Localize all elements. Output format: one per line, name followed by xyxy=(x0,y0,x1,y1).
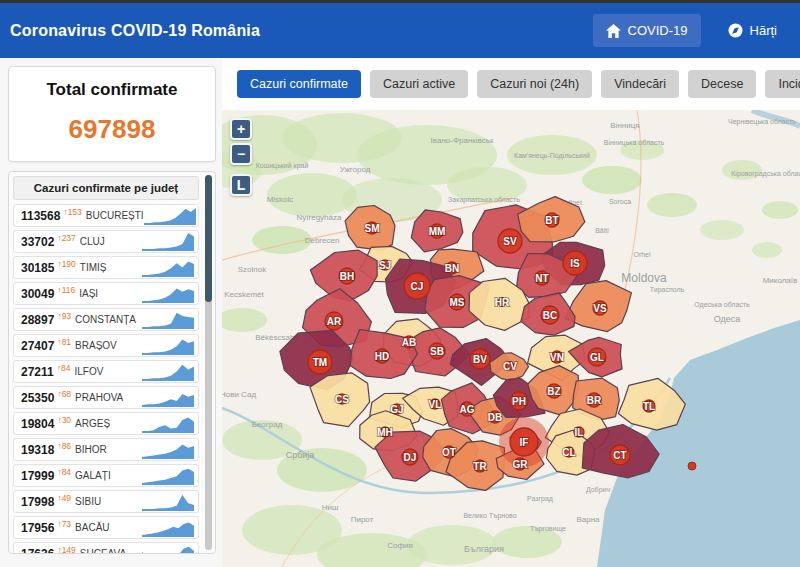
county-row-constanța[interactable]: 28897↑93CONSTANȚA xyxy=(13,308,199,331)
map-canvas[interactable]: Кошицький крайУжгородЗакарпатська област… xyxy=(222,110,800,567)
zoom-out-button[interactable]: − xyxy=(230,143,252,165)
county-code-label-AB: AB xyxy=(402,337,416,348)
map-place-label: Bălți xyxy=(595,227,609,235)
county-code-label-TM: TM xyxy=(313,357,327,368)
county-row-bacău[interactable]: 17956↑73BACĂU xyxy=(13,516,199,539)
county-delta: ↑93 xyxy=(57,311,71,321)
county-cases: 27407 xyxy=(21,339,54,353)
county-code-label-DB: DB xyxy=(488,412,502,423)
county-code-label-BV: BV xyxy=(473,354,487,365)
map-place-label: Закарпатська область xyxy=(448,196,520,204)
map-place-label: Кошицький край xyxy=(256,162,309,170)
county-delta: ↑149 xyxy=(57,545,75,555)
zoom-in-button[interactable]: + xyxy=(230,118,252,140)
county-row-bihor[interactable]: 19318↑86BIHOR xyxy=(13,438,199,461)
tab-5[interactable]: Incidenta COVID-19 xyxy=(765,70,800,98)
county-sparkline xyxy=(142,232,194,251)
county-delta: ↑116 xyxy=(57,285,75,295)
county-code-label-OT: OT xyxy=(442,447,456,458)
county-row-galați[interactable]: 17999↑84GALAȚI xyxy=(13,464,199,487)
county-cases: 17999 xyxy=(21,469,54,483)
map-place-label: Ужгород xyxy=(340,165,371,174)
county-sparkline xyxy=(142,518,194,537)
map-place-label: Београд xyxy=(252,420,283,429)
county-code-label-CV: CV xyxy=(503,361,517,372)
county-row-bucurești[interactable]: 113568↑153BUCUREȘTI xyxy=(13,204,199,227)
county-code-label-GL: GL xyxy=(590,352,604,363)
nav-covid19-button[interactable]: COVID-19 xyxy=(593,14,701,47)
county-delta: ↑237 xyxy=(57,233,75,243)
county-code-label-TL: TL xyxy=(643,401,655,412)
map-place-label: Szolnok xyxy=(238,265,267,274)
county-sparkline xyxy=(142,414,194,433)
county-code-label-BH: BH xyxy=(340,271,354,282)
county-code-label-CJ: CJ xyxy=(411,281,424,292)
county-code-label-CL: CL xyxy=(562,447,575,458)
county-row-prahova[interactable]: 25350↑68PRAHOVA xyxy=(13,386,199,409)
county-row-sibiu[interactable]: 17998↑49SIBIU xyxy=(13,490,199,513)
tab-1[interactable]: Cazuri active xyxy=(370,70,468,98)
county-sparkline xyxy=(142,284,194,303)
county-row-suceava[interactable]: 17636↑149SUCEAVA xyxy=(13,542,199,554)
county-delta: ↑86 xyxy=(57,441,71,451)
main-area: Cazuri confirmateCazuri activeCazuri noi… xyxy=(222,58,800,567)
map-place-label: Одеська область xyxy=(694,301,750,309)
county-sparkline xyxy=(142,336,194,355)
county-code-label-HR: HR xyxy=(495,297,510,308)
county-code-label-GJ: GJ xyxy=(390,404,403,415)
app-header: Coronavirus COVID-19 România COVID-19 Hă… xyxy=(0,0,800,58)
county-cases: 17956 xyxy=(21,521,54,535)
map-place-label: Търговище xyxy=(530,525,566,533)
county-cases: 19804 xyxy=(21,417,54,431)
county-sparkline xyxy=(142,388,194,407)
nav-harti-button[interactable]: Hărți xyxy=(715,14,790,47)
county-name: IAȘI xyxy=(79,288,98,299)
map-place-label: Нови Сад xyxy=(222,390,256,399)
layers-button[interactable]: L xyxy=(230,174,252,196)
county-row-brașov[interactable]: 27407↑81BRAȘOV xyxy=(13,334,199,357)
county-row-cluj[interactable]: 33702↑237CLUJ xyxy=(13,230,199,253)
map-place-label: Moldova xyxy=(621,271,667,285)
county-delta: ↑84 xyxy=(57,467,71,477)
county-code-label-PH: PH xyxy=(512,396,526,407)
county-code-label-BT: BT xyxy=(545,215,558,226)
tab-4[interactable]: Decese xyxy=(688,70,756,98)
county-name: ARGEȘ xyxy=(75,418,110,429)
tab-0[interactable]: Cazuri confirmate xyxy=(237,70,361,98)
county-row-timiș[interactable]: 30185↑190TIMIȘ xyxy=(13,256,199,279)
map-place-label: Одеса xyxy=(714,314,741,324)
county-code-label-NT: NT xyxy=(535,273,548,284)
map-place-label: Кам'янець-Подільський xyxy=(514,152,590,160)
map-place-label: Добрич xyxy=(586,486,611,494)
county-name: SUCEAVA xyxy=(80,548,126,554)
county-code-label-CT: CT xyxy=(613,450,626,461)
county-code-label-MM: MM xyxy=(429,226,446,237)
map-place-label: Івано-Франківськ xyxy=(431,136,494,145)
map-place-label: България xyxy=(464,544,504,554)
forest-patch xyxy=(582,166,642,194)
county-code-label-BN: BN xyxy=(445,263,459,274)
map-place-label: Пирот xyxy=(351,515,374,524)
county-name: BRAȘOV xyxy=(75,340,117,351)
home-icon xyxy=(606,24,621,38)
county-code-label-BZ: BZ xyxy=(547,386,560,397)
county-delta: ↑84 xyxy=(57,363,71,373)
county-name: SIBIU xyxy=(75,496,101,507)
county-row-argeș[interactable]: 19804↑30ARGEȘ xyxy=(13,412,199,435)
scrollbar-thumb[interactable] xyxy=(205,175,212,302)
tab-3[interactable]: Vindecări xyxy=(601,70,679,98)
county-code-label-SV: SV xyxy=(503,236,517,247)
map-place-label: Чернівецька область xyxy=(728,118,796,126)
county-code-label-BC: BC xyxy=(543,310,557,321)
tab-2[interactable]: Cazuri noi (24h) xyxy=(477,70,592,98)
county-row-ilfov[interactable]: 27211↑84ILFOV xyxy=(13,360,199,383)
nav-covid19-label: COVID-19 xyxy=(628,23,688,38)
map-place-label: Вінницька область xyxy=(604,139,665,147)
map-place-label: Тирасполь xyxy=(650,286,685,294)
county-row-iași[interactable]: 30049↑116IAȘI xyxy=(13,282,199,305)
county-cases: 19318 xyxy=(21,443,54,457)
offshore-marker[interactable] xyxy=(688,462,696,470)
county-sparkline xyxy=(142,492,194,511)
county-sparkline xyxy=(142,466,194,485)
county-delta: ↑30 xyxy=(57,415,71,425)
